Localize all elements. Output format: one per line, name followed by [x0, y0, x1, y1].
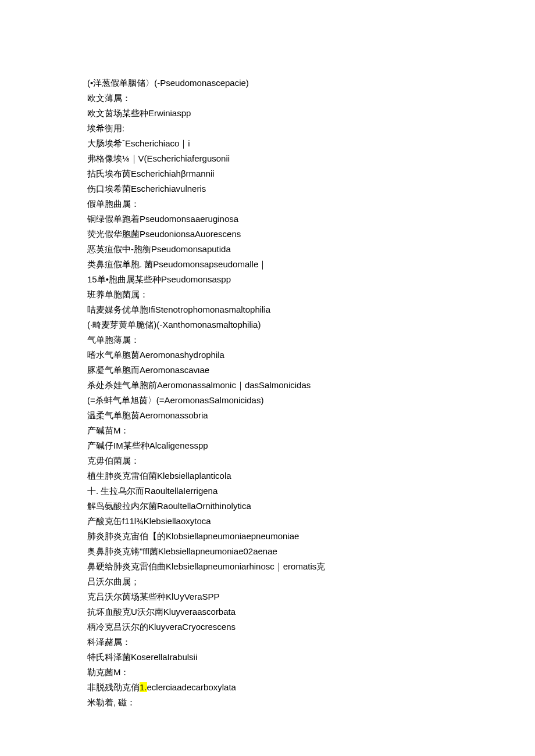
line-text: 伤口埃希菌Escherichiavulneris — [87, 184, 206, 194]
line-text: 荧光假华胞菌PseudonionsaAuorescens — [87, 229, 241, 239]
line-text: 勒克菌M： — [87, 667, 130, 677]
text-line: 米勒着, 磁： — [87, 695, 448, 710]
text-line: 产酸克缶f11l¾Klebsiellaoxytoca — [87, 514, 448, 529]
line-text: 气单胞薄属： — [87, 335, 140, 345]
text-line: 产碱苗M： — [87, 423, 448, 438]
line-text: 克毋伯菌属： — [87, 456, 140, 465]
text-line: 奥鼻肺炎克锵"ffl菌Klebsiellapneumoniae02aenae — [87, 544, 448, 559]
text-line: 勒克菌M： — [87, 665, 448, 680]
line-text: 咭麦媒务优单胞IfiStenotrophomonasmaltophilia — [87, 304, 270, 314]
highlighted-text: 1. — [140, 682, 147, 692]
text-line: (•洋葱假单胭储〉(-Pseudomonascepacie) — [87, 76, 448, 91]
text-line: 类鼻疸假单胞. 菌Pseudomonsapseudomalle｜ — [87, 257, 448, 272]
line-text: 产碱苗M： — [87, 425, 130, 435]
line-text: (•洋葱假单胭储〉(-Pseudomonascepacie) — [87, 78, 249, 88]
line-text: 类鼻疸假单胞. 菌Pseudomonsapseudomalle｜ — [87, 259, 267, 269]
text-line: 15单•胞曲属某些种Pseudomonsaspp — [87, 272, 448, 287]
text-line: 柄冷克吕沃尔的KluyveraCryocrescens — [87, 619, 448, 635]
line-text: 弗格像埃⅛｜V(Escherichiafergusonii — [87, 153, 230, 163]
line-text: 产碱仔IM某些种Alcaligenesspp — [87, 440, 208, 450]
line-text: (=杀蚌气单旭茵〉(=AeromonasSalmonicidas) — [87, 395, 263, 405]
text-line: 大肠埃希ˆEscherichiaco｜i — [87, 136, 448, 151]
text-line: 杀处杀娃气单胞前Aeromonassalmonic｜dasSalmonicida… — [87, 378, 448, 393]
text-line: 鼻硬给肺炎克雷伯曲Klebsiellapneumoniarhinosc｜erom… — [87, 559, 448, 574]
text-line: 弗格像埃⅛｜V(Escherichiafergusonii — [87, 151, 448, 166]
line-text: 特氏科泽菌KoserellaIrabulsii — [87, 652, 197, 662]
text-line: 伤口埃希菌Escherichiavulneris — [87, 181, 448, 196]
text-line: 咭麦媒务优单胞IfiStenotrophomonasmaltophilia — [87, 302, 448, 317]
line-text: 科泽赭属： — [87, 637, 131, 647]
line-text: 埃希衡用: — [87, 123, 124, 133]
text-line: 吕沃尔曲属； — [87, 574, 448, 589]
text-line: 克毋伯菌属： — [87, 453, 448, 468]
text-line: 嗜水气单胞茵Aeromonashydrophila — [87, 347, 448, 363]
line-text: 十. 生拉乌尔而RaoultellaIerrigena — [87, 486, 217, 496]
line-text: 欧文茵场某些种Erwiniaspp — [87, 108, 191, 118]
text-line: 科泽赭属： — [87, 635, 448, 650]
text-line: 特氏科泽菌KoserellaIrabulsii — [87, 650, 448, 665]
line-text: 豚凝气单胞而Aeromonascavιae — [87, 365, 209, 375]
document-page: (•洋葱假单胭储〉(-Pseudomonascepacie)欧文薄属：欧文茵场某… — [0, 0, 535, 756]
text-line: 产碱仔IM某些种Alcaligenesspp — [87, 438, 448, 453]
text-line: 解鸟氨酸拉内尔菌RaoultellaOrnithinolytica — [87, 499, 448, 514]
text-line: 肺炎肺炎克宙伯【的Klobsiellapneumoniaepneumoniae — [87, 529, 448, 544]
text-line: 克吕沃尔茵场某些种KlUyVeraSPP — [87, 589, 448, 604]
line-text: 假单胞曲属： — [87, 199, 140, 209]
line-text: 植生肺炎克雷伯菌Klebsiellaplanticola — [87, 471, 231, 481]
text-line: 欧文薄属： — [87, 91, 448, 106]
text-line: 荧光假华胞菌PseudonionsaAuorescens — [87, 227, 448, 242]
text-line: (·畸麦芽黄单脆储)(-Xanthomonasmaltophilia) — [87, 317, 448, 332]
line-text: 米勒着, 磁： — [87, 697, 135, 707]
text-line: 植生肺炎克雷伯菌Klebsiellaplanticola — [87, 468, 448, 483]
line-text: 解鸟氨酸拉内尔菌RaoultellaOrnithinolytica — [87, 501, 251, 511]
text-line: 温柔气单胞茵Aeromonassobria — [87, 408, 448, 423]
line-text: 鼻硬给肺炎克雷伯曲Klebsiellapneumoniarhinosc｜erom… — [87, 561, 325, 571]
line-text: 产酸克缶f11l¾Klebsiellaoxytoca — [87, 516, 211, 526]
line-text: 恶英疸假中-胞衡Pseudomonsaputida — [87, 244, 231, 254]
line-text: 克吕沃尔茵场某些种KlUyVeraSPP — [87, 592, 220, 601]
text-line: 埃希衡用: — [87, 121, 448, 136]
line-text: 大肠埃希ˆEscherichiaco｜i — [87, 138, 190, 148]
text-line: 欧文茵场某些种Erwiniaspp — [87, 106, 448, 121]
text-line: (=杀蚌气单旭茵〉(=AeromonasSalmonicidas) — [87, 393, 448, 408]
line-text: 抗坏血酸克U沃尔南Kluyveraascorbata — [87, 607, 236, 617]
text-line: 恶英疸假中-胞衡Pseudomonsaputida — [87, 242, 448, 257]
line-text: 班养单胞菌属： — [87, 289, 148, 299]
line-text: 杀处杀娃气单胞前Aeromonassalmonic｜dasSalmonicida… — [87, 380, 311, 390]
line-text: 欧文薄属： — [87, 93, 131, 103]
line-text: 拈氏埃布茵Escherichiahβrmannii — [87, 169, 215, 178]
text-line: 非脱残劭克俏1.eclerciaadecarboxylata — [87, 680, 448, 695]
text-line: 班养单胞菌属： — [87, 287, 448, 302]
line-text: 吕沃尔曲属； — [87, 576, 140, 586]
line-text: (·畸麦芽黄单脆储)(-Xanthomonasmaltophilia) — [87, 320, 261, 329]
text-line: 十. 生拉乌尔而RaoultellaIerrigena — [87, 483, 448, 499]
text-line: 拈氏埃布茵Escherichiahβrmannii — [87, 166, 448, 181]
line-text: 温柔气单胞茵Aeromonassobria — [87, 410, 208, 420]
line-text-prefix: 非脱残劭克俏 — [87, 682, 140, 692]
text-line: 豚凝气单胞而Aeromonascavιae — [87, 363, 448, 378]
text-line: 假单胞曲属： — [87, 196, 448, 212]
text-line: 铜绿假单跑着Pseudomonsaaeruginosa — [87, 212, 448, 227]
line-text: 奥鼻肺炎克锵"ffl菌Klebsiellapneumoniae02aenae — [87, 546, 277, 556]
line-text: 嗜水气单胞茵Aeromonashydrophila — [87, 350, 224, 360]
line-text: 肺炎肺炎克宙伯【的Klobsiellapneumoniaepneumoniae — [87, 531, 299, 541]
line-text-suffix: eclerciaadecarboxylata — [147, 682, 236, 692]
line-text: 铜绿假单跑着Pseudomonsaaeruginosa — [87, 214, 238, 224]
line-text: 柄冷克吕沃尔的KluyveraCryocrescens — [87, 622, 236, 632]
line-text: 15单•胞曲属某些种Pseudomonsaspp — [87, 274, 231, 284]
text-line: 气单胞薄属： — [87, 332, 448, 347]
text-line: 抗坏血酸克U沃尔南Kluyveraascorbata — [87, 604, 448, 619]
